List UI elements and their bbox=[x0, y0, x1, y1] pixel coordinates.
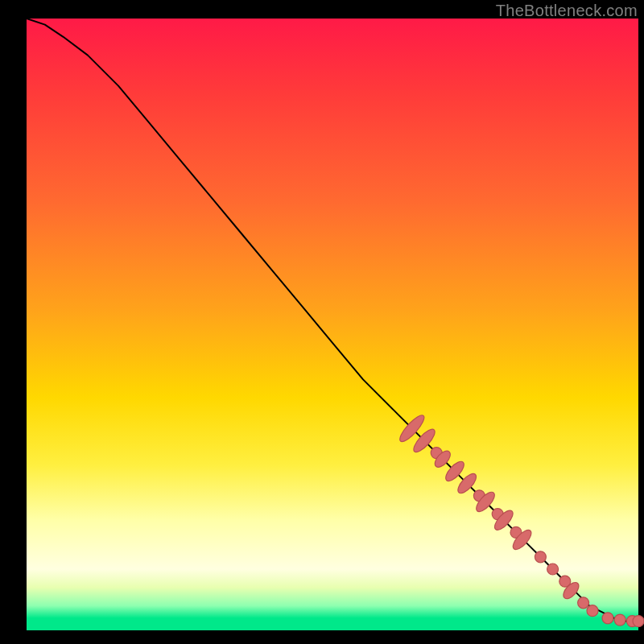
markers-group bbox=[397, 412, 644, 627]
data-marker bbox=[578, 597, 589, 609]
data-marker bbox=[602, 613, 613, 624]
curve-line bbox=[27, 19, 638, 621]
data-marker bbox=[535, 551, 546, 563]
data-marker bbox=[633, 616, 644, 627]
data-marker bbox=[547, 564, 559, 575]
chart-frame: TheBottleneck.com bbox=[0, 0, 644, 644]
data-marker bbox=[614, 614, 625, 625]
data-marker bbox=[587, 605, 598, 617]
watermark-text: TheBottleneck.com bbox=[496, 2, 638, 20]
plot-area bbox=[27, 19, 638, 630]
plot-svg bbox=[27, 19, 638, 630]
